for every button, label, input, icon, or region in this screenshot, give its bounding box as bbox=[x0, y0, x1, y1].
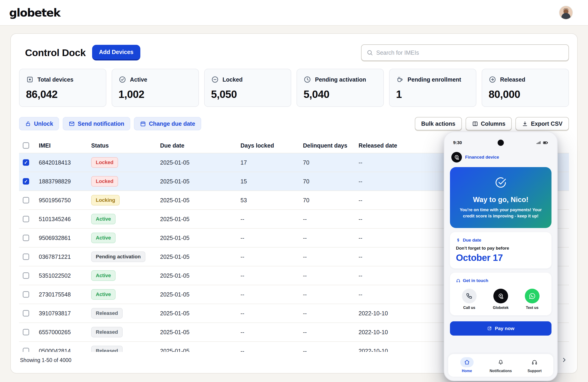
imei-cell: 2730175548 bbox=[39, 291, 91, 298]
stat-card-released: Released80,000 bbox=[482, 69, 569, 107]
stat-label: Released bbox=[500, 76, 525, 83]
column-header-status[interactable]: Status bbox=[91, 142, 160, 149]
arrow-right-circle-icon bbox=[488, 76, 496, 83]
search-icon bbox=[367, 49, 373, 56]
due-date-cell: 2025-01-05 bbox=[160, 253, 240, 260]
status-badge: Locked bbox=[91, 176, 118, 187]
row-checkbox[interactable] bbox=[23, 216, 29, 222]
search-input[interactable] bbox=[376, 49, 564, 56]
phone-bottom-nav: HomeNotificationsSupport bbox=[448, 354, 553, 377]
status-cell: Released bbox=[91, 346, 160, 352]
status-cell: Active bbox=[91, 233, 160, 243]
add-devices-button[interactable]: Add Devices bbox=[92, 45, 140, 60]
nav-item-notifications[interactable]: Notifications bbox=[484, 357, 518, 373]
delinquent-days-cell: -- bbox=[303, 272, 358, 279]
days-locked-cell: -- bbox=[240, 348, 303, 352]
unlock-button[interactable]: Unlock bbox=[19, 117, 59, 130]
check-circle-icon bbox=[494, 176, 507, 189]
delinquent-days-cell: -- bbox=[303, 253, 358, 260]
stat-card-locked: Locked5,050 bbox=[204, 69, 292, 107]
imei-cell: 3910793817 bbox=[39, 310, 91, 317]
nav-item-support[interactable]: Support bbox=[518, 357, 551, 373]
days-locked-cell: 17 bbox=[240, 159, 303, 166]
status-cell: Released bbox=[91, 308, 160, 318]
stat-value: 86,042 bbox=[26, 88, 100, 100]
row-checkbox[interactable] bbox=[23, 253, 29, 260]
stat-label-row: Locked bbox=[211, 76, 285, 83]
status-time: 9:30 bbox=[453, 140, 462, 145]
delinquent-days-cell: 70 bbox=[303, 159, 358, 166]
select-all-checkbox[interactable] bbox=[23, 142, 29, 149]
contact-label: Globetek bbox=[493, 306, 508, 310]
delinquent-days-cell: -- bbox=[303, 329, 358, 336]
home-icon bbox=[464, 359, 470, 365]
next-page-button[interactable] bbox=[561, 357, 567, 364]
call-us-button[interactable]: Call us bbox=[462, 289, 477, 310]
days-locked-cell: -- bbox=[240, 253, 303, 260]
calendar-icon bbox=[140, 121, 146, 127]
due-date-cell: 2025-01-05 bbox=[160, 329, 240, 336]
delinquent-days-cell: -- bbox=[303, 310, 358, 317]
status-badge: Released bbox=[91, 346, 123, 352]
export-csv-button[interactable]: Export CSV bbox=[515, 117, 569, 130]
bulk-actions-button[interactable]: Bulk actions bbox=[415, 117, 462, 130]
toolbar-left: UnlockSend notificationChange due date bbox=[19, 117, 201, 130]
external-link-icon bbox=[487, 326, 492, 331]
check-circle-icon bbox=[119, 76, 126, 83]
row-checkbox[interactable] bbox=[23, 291, 29, 298]
column-header-days-locked[interactable]: Days locked bbox=[240, 142, 303, 149]
status-badge: Locked bbox=[91, 157, 118, 168]
stat-label-row: Pending enrollment bbox=[396, 76, 469, 83]
column-header-imei[interactable]: IMEI bbox=[39, 142, 91, 149]
row-checkbox[interactable]: ✓ bbox=[23, 159, 29, 166]
row-checkbox[interactable] bbox=[23, 329, 29, 335]
delinquent-days-cell: 70 bbox=[303, 178, 358, 185]
imei-cell: 0367871221 bbox=[39, 253, 91, 260]
column-header-delinquent-days[interactable]: Delinquent days bbox=[303, 142, 358, 149]
device-icon bbox=[26, 76, 34, 83]
get-in-touch-card: Get in touch Call usGlobetekText us bbox=[450, 273, 551, 315]
signal-icon bbox=[536, 140, 541, 145]
globetek-button[interactable]: Globetek bbox=[493, 289, 508, 310]
row-checkbox[interactable] bbox=[23, 348, 29, 352]
days-locked-cell: -- bbox=[240, 329, 303, 336]
congrats-card: Way to go, Nico! You're on time with you… bbox=[450, 167, 551, 228]
columns-button[interactable]: Columns bbox=[465, 117, 512, 130]
top-header: globetek bbox=[0, 0, 588, 26]
status-cell: Locked bbox=[91, 176, 160, 187]
phone-icon bbox=[462, 289, 477, 303]
row-checkbox[interactable] bbox=[23, 310, 29, 316]
globetek-logo-icon bbox=[451, 152, 462, 162]
pay-now-button[interactable]: Pay now bbox=[450, 321, 551, 336]
row-checkbox[interactable] bbox=[23, 197, 29, 203]
row-checkbox[interactable]: ✓ bbox=[23, 178, 29, 184]
days-locked-cell: 15 bbox=[240, 178, 303, 185]
nav-item-home[interactable]: Home bbox=[450, 357, 484, 373]
due-date-value: October 17 bbox=[456, 253, 546, 263]
page-title: Control Dock bbox=[25, 47, 86, 58]
status-cell: Active bbox=[91, 289, 160, 300]
row-checkbox[interactable] bbox=[23, 235, 29, 241]
change-due-date-button[interactable]: Change due date bbox=[134, 117, 201, 130]
imei-cell: 5101345246 bbox=[39, 216, 91, 223]
days-locked-cell: -- bbox=[240, 272, 303, 279]
search-box[interactable] bbox=[361, 44, 569, 61]
row-checkbox[interactable] bbox=[23, 272, 29, 279]
status-cell: Locking bbox=[91, 195, 160, 205]
status-badge: Active bbox=[91, 233, 116, 243]
stat-label: Pending enrollment bbox=[407, 76, 461, 83]
contact-label: Text us bbox=[526, 306, 539, 310]
stat-label: Active bbox=[130, 76, 147, 83]
stat-card-active: Active1,002 bbox=[112, 69, 199, 107]
delinquent-days-cell: -- bbox=[303, 348, 358, 352]
dollar-icon bbox=[456, 238, 461, 243]
text-us-button[interactable]: Text us bbox=[525, 289, 540, 310]
status-badge: Released bbox=[91, 327, 123, 337]
due-date-card: Due date Don't forget to pay before Octo… bbox=[450, 232, 551, 269]
status-cell: Pending activation bbox=[91, 251, 160, 262]
financed-device-row: Financed device bbox=[451, 152, 550, 162]
phone-preview: 9:30 Financed device Way to go, Nico! Yo… bbox=[444, 132, 558, 381]
column-header-due-date[interactable]: Due date bbox=[160, 142, 240, 149]
user-avatar[interactable] bbox=[559, 6, 573, 20]
send-notification-button[interactable]: Send notification bbox=[63, 117, 130, 130]
